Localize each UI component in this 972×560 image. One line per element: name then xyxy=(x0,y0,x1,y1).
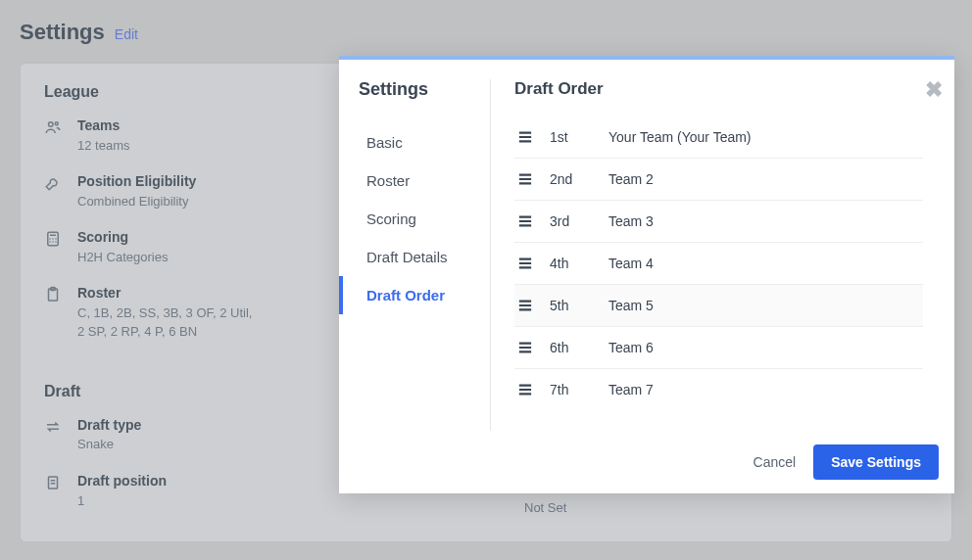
save-button[interactable]: Save Settings xyxy=(813,444,939,480)
modal-sidebar: Settings Basic Roster Scoring Draft Deta… xyxy=(359,79,491,431)
cancel-button[interactable]: Cancel xyxy=(740,444,810,480)
drag-handle-icon[interactable] xyxy=(518,130,550,144)
tab-draft-order[interactable]: Draft Order xyxy=(339,276,490,314)
order-team: Team 4 xyxy=(608,256,654,271)
drag-handle-icon[interactable] xyxy=(518,214,550,228)
order-pos: 5th xyxy=(550,298,608,313)
scoring-label: Scoring xyxy=(77,228,169,248)
svg-point-1 xyxy=(55,122,58,125)
order-row[interactable]: 7th Team 7 xyxy=(514,369,923,410)
roster-label: Roster xyxy=(77,284,252,303)
order-team: Team 6 xyxy=(608,340,654,355)
drag-handle-icon[interactable] xyxy=(518,257,550,270)
order-pos: 7th xyxy=(550,382,608,397)
roster-line2: 2 SP, 2 RP, 4 P, 6 BN xyxy=(77,322,252,342)
order-row[interactable]: 2nd Team 2 xyxy=(514,159,923,201)
tab-scoring[interactable]: Scoring xyxy=(339,200,490,238)
order-team: Team 2 xyxy=(608,171,654,187)
tab-roster[interactable]: Roster xyxy=(339,162,490,200)
order-row[interactable]: 3rd Team 3 xyxy=(514,201,923,243)
svg-point-0 xyxy=(49,122,54,127)
order-team: Team 5 xyxy=(608,298,654,313)
scoring-value: H2H Categories xyxy=(77,248,169,267)
position-icon xyxy=(44,474,62,491)
order-pos: 6th xyxy=(550,340,608,355)
order-team: Your Team (Your Team) xyxy=(608,129,752,145)
order-row[interactable]: 5th Team 5 xyxy=(514,285,923,327)
order-row[interactable]: 1st Your Team (Your Team) xyxy=(514,117,923,159)
not-set-text: Not Set xyxy=(524,500,566,515)
order-pos: 2nd xyxy=(550,171,608,187)
order-pos: 4th xyxy=(550,256,608,271)
calculator-icon xyxy=(44,230,62,248)
draft-position-label: Draft position xyxy=(77,472,167,491)
order-team: Team 7 xyxy=(608,382,654,397)
drag-handle-icon[interactable] xyxy=(518,299,550,312)
order-row[interactable]: 4th Team 4 xyxy=(514,243,923,285)
page-title: Settings xyxy=(20,20,105,45)
close-icon[interactable]: ✖ xyxy=(925,79,943,101)
settings-modal: ✖ Settings Basic Roster Scoring Draft De… xyxy=(339,56,954,493)
eligibility-label: Position Eligibility xyxy=(77,172,196,192)
order-team: Team 3 xyxy=(608,213,654,229)
draft-position-value: 1 xyxy=(77,491,167,511)
teams-label: Teams xyxy=(77,117,129,136)
modal-content: Draft Order 1st Your Team (Your Team) 2n… xyxy=(491,79,954,431)
order-row[interactable]: 6th Team 6 xyxy=(514,327,923,369)
drag-handle-icon[interactable] xyxy=(518,172,550,186)
tab-draft-details[interactable]: Draft Details xyxy=(339,238,490,276)
tab-basic[interactable]: Basic xyxy=(339,123,490,162)
teams-value: 12 teams xyxy=(77,136,129,156)
eligibility-value: Combined Eligibility xyxy=(77,192,196,211)
order-pos: 3rd xyxy=(550,213,608,229)
swap-icon xyxy=(44,418,62,436)
clipboard-icon xyxy=(44,286,62,303)
content-title: Draft Order xyxy=(514,79,923,99)
draft-type-value: Snake xyxy=(77,435,141,454)
modal-sidebar-title: Settings xyxy=(359,79,490,100)
edit-link[interactable]: Edit xyxy=(115,26,138,42)
drag-handle-icon[interactable] xyxy=(518,383,550,397)
teams-icon xyxy=(44,118,62,136)
drag-handle-icon[interactable] xyxy=(518,341,550,354)
order-pos: 1st xyxy=(550,129,608,145)
draft-type-label: Draft type xyxy=(77,416,141,436)
wrench-icon xyxy=(44,174,62,192)
roster-line1: C, 1B, 2B, SS, 3B, 3 OF, 2 Util, xyxy=(77,303,252,323)
